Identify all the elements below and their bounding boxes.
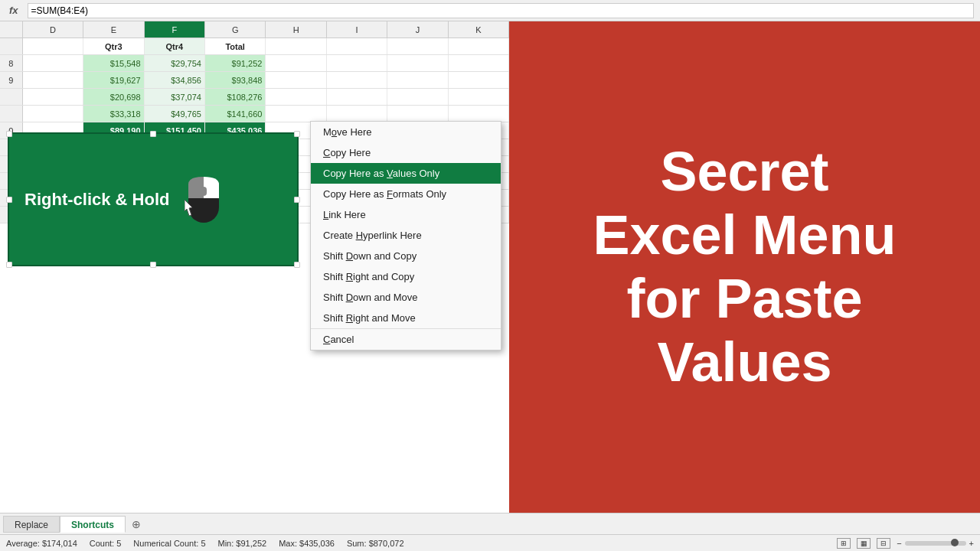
cell-e8[interactable]: $15,548 (83, 55, 144, 71)
drag-handle-br[interactable] (294, 262, 300, 268)
tab-shortcuts[interactable]: Shortcuts (60, 516, 126, 533)
annotation-text: Right-click & Hold (24, 190, 169, 210)
menu-item-move-here[interactable]: Move Here (311, 122, 501, 142)
cell-k11[interactable] (449, 106, 509, 122)
status-right-controls: ⊞ ▦ ⊟ − + (837, 538, 974, 549)
cell-h9[interactable] (266, 72, 326, 88)
status-numerical-count: Numerical Count: 5 (133, 539, 205, 548)
cell-g-header[interactable]: Total (205, 38, 266, 54)
drag-handle-ml[interactable] (6, 197, 12, 203)
cell-h10[interactable] (266, 89, 326, 105)
menu-item-copy-formats[interactable]: Copy Here as Formats Only (311, 184, 501, 204)
cell-f11[interactable]: $49,765 (145, 106, 205, 122)
row-num-8: 8 (0, 55, 23, 71)
spreadsheet-area: D E F G H I J K Qtr3 Qtr4 Total (0, 21, 509, 513)
cell-d9[interactable] (23, 72, 83, 88)
drag-handle-bc[interactable] (150, 262, 156, 268)
cell-e-header[interactable]: Qtr3 (83, 38, 144, 54)
status-bar: Average: $174,014 Count: 5 Numerical Cou… (0, 534, 980, 551)
cell-j-header[interactable] (387, 38, 448, 54)
cell-d8[interactable] (23, 55, 83, 71)
menu-item-copy-here[interactable]: Copy Here (311, 142, 501, 163)
page-layout-button[interactable]: ▦ (857, 538, 871, 549)
cell-e9[interactable]: $19,627 (83, 72, 144, 88)
formula-input[interactable] (28, 3, 974, 18)
annotation-box: Right-click & Hold (8, 132, 299, 266)
cell-d10[interactable] (23, 89, 83, 105)
menu-item-shift-right-move[interactable]: Shift Right and Move (311, 308, 501, 328)
cell-k10[interactable] (449, 89, 509, 105)
status-min: Min: $91,252 (218, 539, 267, 548)
row-num-10 (0, 89, 23, 105)
header-spacer (0, 21, 23, 37)
normal-view-button[interactable]: ⊞ (837, 538, 851, 549)
col-header-e[interactable]: E (83, 21, 144, 37)
cell-k-header[interactable] (449, 38, 509, 54)
cell-i8[interactable] (327, 55, 387, 71)
cell-f-header[interactable]: Qtr4 (145, 38, 205, 54)
cell-h11[interactable] (266, 106, 326, 122)
col-header-f[interactable]: F (145, 21, 205, 37)
cell-j11[interactable] (387, 106, 448, 122)
cell-d-header[interactable] (23, 38, 83, 54)
drag-handle-tc[interactable] (150, 131, 156, 137)
menu-item-link-here[interactable]: Link Here (311, 204, 501, 225)
tab-replace[interactable]: Replace (3, 516, 60, 533)
grid-row-11: $33,318 $49,765 $141,660 (0, 106, 509, 122)
cell-f8[interactable]: $29,754 (145, 55, 205, 71)
cell-g9[interactable]: $93,848 (205, 72, 266, 88)
zoom-minus[interactable]: − (897, 539, 901, 548)
cell-f9[interactable]: $34,856 (145, 72, 205, 88)
page-break-button[interactable]: ⊟ (877, 538, 890, 549)
add-sheet-button[interactable]: ⊕ (126, 516, 147, 533)
col-header-g[interactable]: G (205, 21, 266, 37)
right-panel-line1: Secret (660, 141, 828, 202)
cell-f10[interactable]: $37,074 (145, 89, 205, 105)
cell-j8[interactable] (387, 55, 448, 71)
right-panel: Secret Excel Menu for Paste Values (509, 21, 980, 513)
drag-handle-bl[interactable] (6, 262, 12, 268)
row-num-9: 9 (0, 72, 23, 88)
menu-item-copy-values[interactable]: Copy Here as Values Only (311, 163, 501, 184)
zoom-slider[interactable] (905, 541, 966, 546)
zoom-plus[interactable]: + (969, 539, 974, 548)
cell-i10[interactable] (327, 89, 387, 105)
col-header-d[interactable]: D (23, 21, 83, 37)
menu-item-create-hyperlink[interactable]: Create Hyperlink Here (311, 225, 501, 246)
cell-i-header[interactable] (327, 38, 387, 54)
drag-handle-tl[interactable] (6, 131, 12, 137)
mouse-icon (185, 173, 223, 227)
menu-item-shift-down-move[interactable]: Shift Down and Move (311, 287, 501, 308)
zoom-control: − + (897, 539, 974, 548)
drag-handle-mr[interactable] (294, 197, 300, 203)
cell-h-header[interactable] (266, 38, 326, 54)
cell-g8[interactable]: $91,252 (205, 55, 266, 71)
col-header-h[interactable]: H (266, 21, 326, 37)
cell-k8[interactable] (449, 55, 509, 71)
cell-e10[interactable]: $20,698 (83, 89, 144, 105)
menu-item-shift-down-copy[interactable]: Shift Down and Copy (311, 246, 501, 266)
cell-k9[interactable] (449, 72, 509, 88)
cell-h8[interactable] (266, 55, 326, 71)
cell-i11[interactable] (327, 106, 387, 122)
cell-g10[interactable]: $108,276 (205, 89, 266, 105)
cell-i9[interactable] (327, 72, 387, 88)
formula-bar-row: fx (0, 0, 980, 21)
drag-handle-tr[interactable] (294, 131, 300, 137)
col-header-k[interactable]: K (449, 21, 509, 37)
cell-j10[interactable] (387, 89, 448, 105)
cell-e11[interactable]: $33,318 (83, 106, 144, 122)
cell-d11[interactable] (23, 106, 83, 122)
grid-row-8: 8 $15,548 $29,754 $91,252 (0, 55, 509, 72)
col-header-i[interactable]: I (327, 21, 387, 37)
cell-j9[interactable] (387, 72, 448, 88)
cell-g11[interactable]: $141,660 (205, 106, 266, 122)
right-panel-line4: Values (657, 331, 831, 393)
col-header-j[interactable]: J (387, 21, 448, 37)
row-num-header (0, 38, 23, 54)
column-headers: D E F G H I J K (0, 21, 509, 38)
menu-item-shift-right-copy[interactable]: Shift Right and Copy (311, 266, 501, 287)
fx-icon: fx (6, 5, 21, 16)
right-panel-text: Secret Excel Menu for Paste Values (593, 140, 896, 393)
menu-item-cancel[interactable]: Cancel (311, 328, 501, 350)
